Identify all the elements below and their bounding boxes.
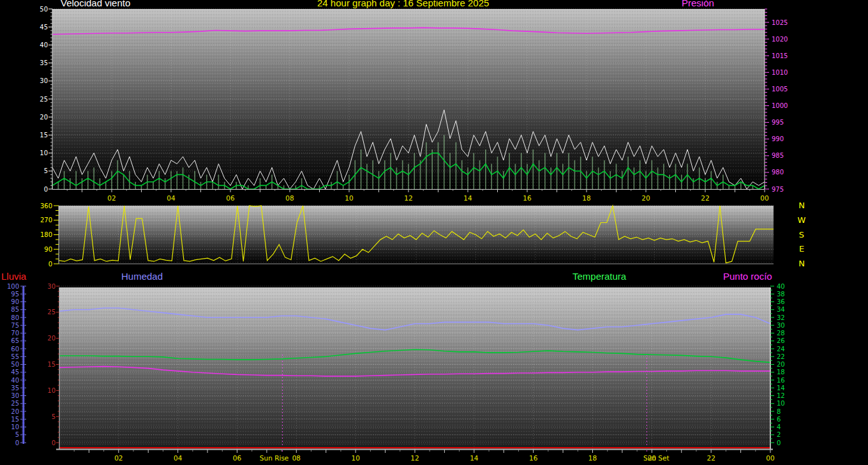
bottom-hour-label: 22	[707, 454, 715, 462]
compass-label: E	[799, 244, 804, 254]
direction-axis-label: 90	[44, 246, 52, 253]
humidity-axis-label: 25	[11, 400, 19, 407]
wind-axis-label: 30	[40, 77, 48, 84]
humidity-axis-label: 10	[11, 423, 19, 431]
temp-axis-label: 8	[777, 408, 781, 415]
temp-axis-label: 14	[777, 385, 785, 392]
temp-axis-label: 2	[777, 431, 781, 438]
pressure-axis-label: 1005	[772, 86, 788, 93]
wind-hour-label: 16	[523, 194, 532, 202]
temp-axis-label: 6	[777, 416, 781, 423]
wind-hour-label: 12	[404, 194, 412, 202]
humidity-axis-label: 5	[15, 431, 19, 438]
rain-axis-label: 25	[47, 309, 56, 316]
pressure-axis-label: 975	[772, 186, 784, 193]
pressure-axis-label: 995	[772, 119, 784, 126]
humidity-axis-label: 75	[11, 322, 19, 329]
rain-axis-label: 10	[47, 387, 56, 394]
wind-hour-label: 06	[226, 194, 235, 202]
pressure-axis-label: 985	[772, 152, 784, 159]
humidity-axis-label: 45	[11, 369, 19, 376]
bottom-hour-label: 14	[470, 454, 479, 462]
weather-display-screen: Velocidad viento 24 hour graph day : 16 …	[0, 0, 868, 465]
bottom-hour-label: 12	[410, 454, 419, 462]
wind-axis-label: 45	[40, 24, 48, 31]
wind-hour-label: 04	[167, 194, 176, 202]
weather-graphs-svg: 0510152025303540455097598098599099510001…	[0, 0, 868, 465]
temp-axis-label: 30	[777, 322, 785, 329]
bottom-hour-label: 08	[292, 454, 301, 462]
humidity-axis-label: 85	[11, 306, 19, 313]
wind-hour-label: 00	[760, 194, 768, 202]
direction-axis-label: 360	[40, 202, 52, 210]
sunrise-label: Sun Rise	[260, 454, 288, 462]
humidity-axis-label: 35	[11, 385, 19, 392]
rain-axis-label: 20	[47, 335, 56, 342]
compass-label: N	[798, 259, 805, 268]
pressure-axis-label: 1000	[772, 102, 788, 109]
temp-axis-label: 28	[777, 330, 785, 337]
pressure-axis-label: 980	[772, 169, 784, 176]
temp-axis-label: 0	[777, 439, 781, 446]
bottom-hour-label: 10	[351, 454, 359, 462]
wind-axis-label: 5	[44, 167, 48, 174]
temp-axis-label: 36	[777, 298, 785, 305]
humidity-axis-label: 15	[11, 416, 19, 423]
temp-axis-label: 34	[777, 306, 785, 313]
wind-axis-label: 50	[40, 6, 48, 13]
temp-axis-label: 22	[777, 353, 785, 360]
temp-axis-label: 26	[777, 337, 785, 344]
rain-axis-label: 5	[52, 413, 56, 420]
compass-label: W	[798, 215, 806, 225]
humidity-axis-label: 60	[11, 346, 19, 353]
compass-label: N	[798, 201, 805, 210]
pressure-axis-label: 1025	[772, 19, 788, 26]
pressure-axis-label: 1015	[772, 52, 788, 59]
wind-hour-label: 20	[641, 194, 650, 202]
bottom-hour-label: 00	[766, 454, 774, 462]
bottom-hour-label: 04	[174, 454, 183, 462]
temp-axis-label: 32	[777, 314, 785, 321]
rain-axis-label: 30	[47, 283, 56, 290]
direction-axis-label: 270	[40, 217, 52, 224]
compass-label: S	[799, 230, 804, 240]
wind-axis-label: 0	[44, 186, 48, 193]
wind-axis-label: 35	[40, 59, 48, 66]
temp-axis-label: 40	[777, 283, 785, 290]
temp-axis-label: 12	[777, 392, 785, 399]
humidity-axis-label: 20	[11, 408, 19, 415]
pressure-axis-label: 1010	[772, 69, 788, 76]
bottom-hour-label: 16	[529, 454, 538, 462]
temp-axis-label: 16	[777, 377, 785, 384]
wind-hour-label: 18	[582, 194, 590, 202]
temp-axis-label: 4	[777, 423, 781, 431]
wind-hour-label: 10	[345, 194, 353, 202]
humidity-axis-label: 65	[11, 337, 19, 344]
humidity-axis-label: 50	[11, 361, 19, 368]
temp-axis-label: 18	[777, 369, 785, 376]
wind-hour-label: 08	[285, 194, 294, 202]
humidity-axis-label: 70	[11, 330, 19, 337]
humidity-axis-label: 80	[11, 314, 19, 321]
wind-axis-label: 40	[40, 42, 48, 49]
wind-axis-label: 20	[40, 114, 48, 121]
pressure-axis-label: 990	[772, 135, 784, 142]
direction-axis-label: 0	[49, 261, 52, 268]
wind-axis-label: 15	[40, 132, 48, 139]
wind-hour-label: 02	[107, 194, 116, 202]
rain-axis-label: 0	[52, 439, 56, 446]
bottom-hour-label: 18	[588, 454, 597, 462]
humidity-axis-label: 30	[11, 392, 19, 399]
rain-axis-label: 15	[47, 361, 56, 368]
humidity-axis-label: 0	[15, 439, 19, 446]
humidity-axis-label: 90	[11, 298, 19, 305]
wind-hour-label: 14	[463, 194, 472, 202]
humidity-temp-panel-texture	[59, 287, 770, 449]
sunset-label: Sun Set	[643, 454, 670, 462]
bottom-hour-label: 02	[114, 454, 123, 462]
humidity-axis-label: 95	[11, 291, 19, 298]
humidity-axis-label: 55	[11, 353, 19, 360]
humidity-axis-label: 40	[11, 377, 19, 384]
temp-axis-label: 38	[777, 291, 785, 298]
wind-axis-label: 10	[40, 149, 48, 156]
